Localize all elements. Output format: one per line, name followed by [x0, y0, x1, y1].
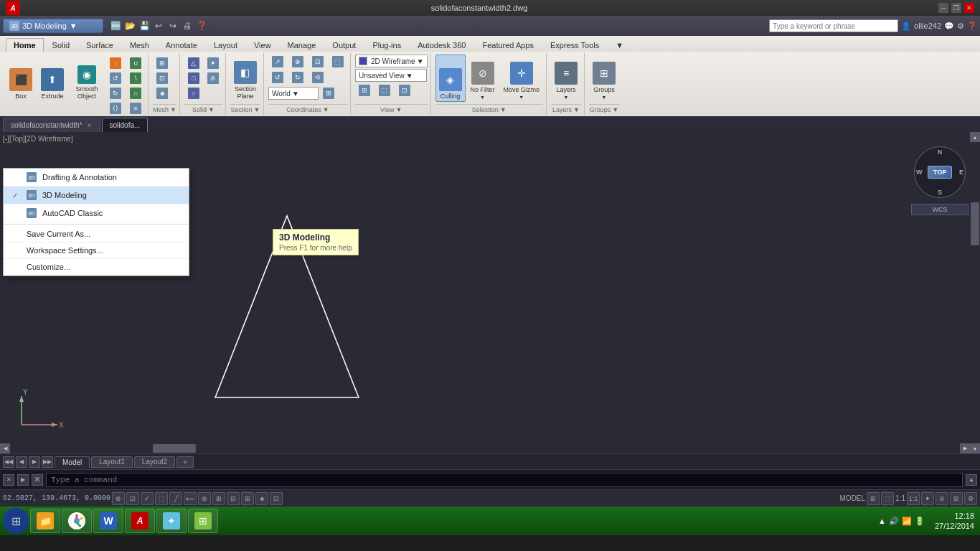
- isnap-button[interactable]: ╱: [169, 492, 182, 505]
- search-input[interactable]: [769, 19, 898, 32]
- viewport-btn[interactable]: ⬚: [881, 492, 894, 505]
- mesh-btn3[interactable]: ◈: [153, 86, 171, 100]
- selection-expand-arrow[interactable]: ▼: [500, 106, 507, 113]
- solid-btn2[interactable]: □: [184, 71, 203, 85]
- solidhist-button[interactable]: ≡: [126, 101, 145, 116]
- box-button[interactable]: ⬛ Box: [6, 55, 36, 102]
- save-file-button[interactable]: 💾: [138, 19, 151, 32]
- layers-button[interactable]: ≡ Layers ▼: [551, 55, 581, 102]
- scroll-down-button[interactable]: ▼: [970, 443, 980, 453]
- tab-manage[interactable]: Manage: [280, 38, 324, 52]
- layout-nav-next[interactable]: ▶: [29, 456, 40, 468]
- ucs-btn1[interactable]: ↗: [268, 55, 287, 69]
- ui-btn[interactable]: ⊞: [950, 492, 963, 505]
- command-run-button[interactable]: ▶: [17, 474, 29, 486]
- isolate-btn[interactable]: ⊘: [936, 492, 948, 505]
- lineweight-button[interactable]: ⊟: [227, 492, 240, 505]
- command-scroll-up[interactable]: ▲: [966, 474, 977, 486]
- loft-button[interactable]: ⟨⟩: [106, 101, 125, 116]
- help-ribbon-icon[interactable]: ❓: [967, 22, 977, 31]
- layout-nav-prev[interactable]: ◀: [16, 456, 27, 468]
- settings2-btn[interactable]: ⚙: [964, 492, 977, 505]
- new-file-button[interactable]: 🆕: [109, 19, 122, 32]
- scroll-right-button[interactable]: ▶: [960, 443, 970, 453]
- doc-tab-1-close[interactable]: ✕: [87, 122, 93, 129]
- horizontal-scrollbar[interactable]: ◀ ▶: [0, 443, 970, 453]
- world-dropdown[interactable]: World ▼: [268, 87, 319, 100]
- mesh-btn2[interactable]: ⊡: [153, 71, 171, 85]
- menu-item-drafting[interactable]: 3D Drafting & Annotation: [4, 169, 189, 187]
- menu-item-autocad-classic[interactable]: 3D AutoCAD Classic: [4, 204, 189, 222]
- qp-button[interactable]: ◈: [255, 492, 268, 505]
- nav-cube[interactable]: N S E W TOP WCS: [911, 143, 969, 230]
- layout-nav-first[interactable]: ◀◀: [3, 456, 14, 468]
- tpmode-button[interactable]: ⊞: [241, 492, 254, 505]
- restore-button[interactable]: ❐: [951, 3, 961, 13]
- grid-button[interactable]: ⊡: [126, 492, 139, 505]
- coordinates-expand-arrow[interactable]: ▼: [323, 106, 329, 113]
- tab-plugins[interactable]: Plug-ins: [364, 38, 409, 52]
- taskbar-chrome[interactable]: [62, 509, 92, 533]
- layout-tab-layout1[interactable]: Layout1: [91, 456, 133, 468]
- solid-btn4[interactable]: ✦: [204, 56, 222, 70]
- tab-view[interactable]: View: [246, 38, 279, 52]
- undo-button[interactable]: ↩: [152, 19, 165, 32]
- ortho-button[interactable]: ✓: [141, 492, 154, 505]
- mesh-expand-arrow[interactable]: ▼: [170, 106, 176, 113]
- 3dosnap-button[interactable]: ⟵: [184, 492, 197, 505]
- doc-tab-1[interactable]: solidofaconstantwidth* ✕: [3, 118, 100, 132]
- plot-button[interactable]: 🖨: [181, 19, 194, 32]
- union-button[interactable]: ∪: [126, 56, 145, 70]
- ucs-btn3[interactable]: ⊡: [308, 55, 327, 69]
- close-button[interactable]: ✕: [964, 3, 974, 13]
- start-button[interactable]: ⊞: [3, 508, 29, 534]
- cube-top-label[interactable]: TOP: [928, 166, 952, 179]
- model-btn[interactable]: ⊞: [867, 492, 880, 505]
- solid-btn3[interactable]: ○: [184, 86, 203, 100]
- layout-tab-add[interactable]: ＋: [176, 456, 194, 468]
- solid-btn5[interactable]: ⊘: [204, 71, 222, 85]
- visual-style-dropdown[interactable]: 2D Wireframe ▼: [355, 55, 428, 67]
- polar-button[interactable]: ⬚: [155, 492, 168, 505]
- ucs-btn6[interactable]: ↻: [288, 70, 307, 85]
- taskbar-word[interactable]: W: [93, 509, 123, 533]
- menu-item-workspace-settings[interactable]: Workspace Settings...: [4, 242, 189, 259]
- tray-sound[interactable]: 🔊: [889, 517, 899, 526]
- view-btn2[interactable]: ⬚: [375, 83, 394, 98]
- ucs-btn7[interactable]: ⟲: [308, 70, 327, 85]
- revolve-button[interactable]: ↻: [106, 86, 125, 100]
- h-scroll-thumb[interactable]: [153, 444, 196, 453]
- tab-home[interactable]: Home: [6, 38, 44, 52]
- dynin-button[interactable]: ⊞: [212, 492, 225, 505]
- section-expand-arrow[interactable]: ▼: [253, 106, 260, 113]
- tab-layout[interactable]: Layout: [206, 38, 245, 52]
- groups-expand-arrow[interactable]: ▼: [612, 106, 618, 113]
- ucs-btn4[interactable]: ⬚: [329, 55, 347, 69]
- tab-express-tools[interactable]: Express Tools: [542, 38, 607, 52]
- tray-arrow[interactable]: ▲: [878, 517, 886, 525]
- command-input[interactable]: [46, 473, 963, 487]
- tab-solid[interactable]: Solid: [44, 38, 77, 52]
- sweep-button[interactable]: ↺: [106, 71, 125, 85]
- tab-mesh[interactable]: Mesh: [122, 38, 157, 52]
- command-cmd-button[interactable]: ⌘: [32, 474, 43, 486]
- scroll-thumb[interactable]: [971, 202, 979, 245]
- open-file-button[interactable]: 📂: [123, 19, 136, 32]
- mesh-btn1[interactable]: ⊞: [153, 56, 171, 70]
- taskbar-explorer[interactable]: 📁: [30, 509, 60, 533]
- tab-output[interactable]: Output: [324, 38, 364, 52]
- otrack-button[interactable]: ⊕: [198, 492, 211, 505]
- scroll-left-button[interactable]: ◀: [0, 443, 10, 453]
- extrude-button[interactable]: ⬆ Extrude: [37, 55, 67, 102]
- ucs-extra-btn[interactable]: ⊞: [319, 86, 338, 100]
- solid-btn1[interactable]: △: [184, 56, 203, 70]
- taskbar-autocad[interactable]: A: [125, 509, 155, 533]
- h-scroll-track[interactable]: [10, 443, 960, 453]
- presspull-button[interactable]: ↕: [106, 56, 125, 70]
- view-btn3[interactable]: ⊡: [395, 83, 414, 98]
- clock-area[interactable]: 12:18 27/12/2014: [932, 511, 977, 532]
- menu-item-save-current[interactable]: Save Current As...: [4, 226, 189, 242]
- menu-item-customize[interactable]: Customize...: [4, 259, 189, 276]
- tab-featured-apps[interactable]: Featured Apps: [474, 38, 542, 52]
- tab-autodesk360[interactable]: Autodesk 360: [410, 38, 473, 52]
